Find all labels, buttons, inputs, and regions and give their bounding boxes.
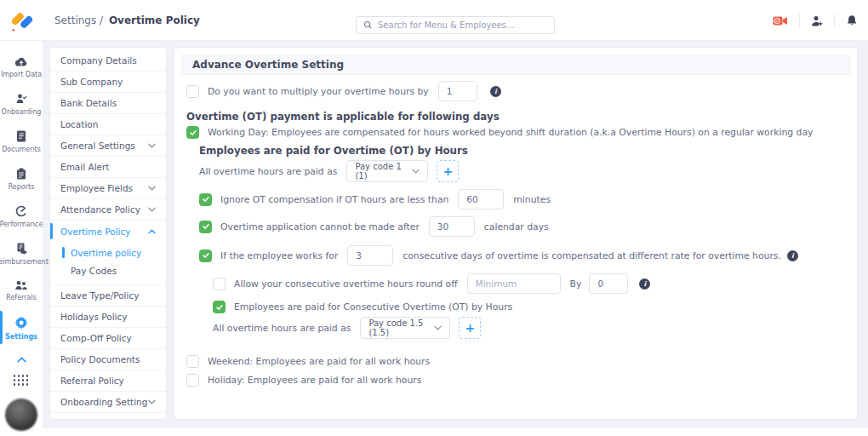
sidebar-item-comp-off-policy[interactable]: Comp-Off Policy [50, 328, 166, 349]
sidebar-item-referral-policy[interactable]: Referral Policy [50, 370, 166, 392]
global-search[interactable] [356, 16, 555, 34]
pay-code-select[interactable]: Pay code 1 (1) [346, 160, 428, 182]
add-pay-code-button[interactable]: + [437, 160, 459, 182]
consecutive-days-row: If the employee works for consecutive da… [199, 245, 845, 266]
chevron-down-icon [412, 169, 420, 174]
consecutive-days-label: If the employee works for [220, 250, 338, 261]
sidebar-subitem-overtime-policy[interactable]: Overtime policy [50, 244, 166, 261]
search-input[interactable] [378, 20, 547, 30]
sidebar-item-overtime-policy[interactable]: Overtime Policy [50, 221, 166, 242]
sidebar-item-sub-company[interactable]: Sub Company [50, 72, 166, 93]
rail-item-referrals[interactable]: Referrals [0, 280, 43, 301]
apps-grid-icon[interactable] [14, 375, 30, 387]
rail-item-reimbursement[interactable]: Reimbursement [0, 243, 43, 266]
sidebar-subitem-label: Overtime policy [71, 248, 141, 258]
round-off-min-input[interactable] [467, 273, 561, 294]
multiply-checkbox[interactable] [186, 85, 199, 98]
settings-sidebar: Company Details Sub Company Bank Details… [49, 47, 167, 420]
video-off-icon[interactable] [773, 15, 788, 26]
consecutive-days-input[interactable] [347, 245, 393, 266]
app-logo-icon[interactable] [9, 7, 36, 34]
consecutive-paid-as-row: All overtime hours are paid as Pay code … [213, 317, 845, 339]
round-off-by-input[interactable] [589, 273, 628, 294]
rail-item-performance[interactable]: Performance [0, 205, 43, 228]
chevron-down-icon [148, 399, 156, 404]
holiday-checkbox[interactable] [186, 374, 199, 387]
rail-item-settings[interactable]: Settings [0, 316, 43, 341]
rail-item-label: Performance [0, 221, 43, 228]
application-limit-days-input[interactable] [429, 216, 475, 237]
multiply-label: Do you want to multiply your overtime ho… [208, 86, 429, 97]
ignore-ot-suffix: minutes [513, 194, 551, 205]
ignore-ot-checkbox[interactable] [199, 193, 212, 206]
rail-item-import-data[interactable]: Import Data [0, 56, 43, 78]
sidebar-subitem-pay-codes[interactable]: Pay Codes [50, 261, 166, 279]
rail-item-reports[interactable]: Reports [0, 168, 43, 191]
sidebar-item-location[interactable]: Location [50, 114, 166, 135]
ot-days-heading: Overtime (OT) payment is applicable for … [186, 111, 500, 123]
sidebar-item-attendance-policy[interactable]: Attendance Policy [50, 199, 166, 221]
sidebar-item-label: Overtime Policy [60, 227, 131, 237]
rail-collapse-chevron-up-icon[interactable] [17, 350, 26, 366]
sidebar-item-holidays-policy[interactable]: Holidays Policy [50, 307, 166, 328]
app-window: Settings / Overtime Policy [0, 0, 868, 436]
sidebar-item-bank-details[interactable]: Bank Details [50, 93, 166, 114]
user-avatar[interactable] [5, 399, 37, 431]
weekend-row: Weekend: Employees are paid for all work… [186, 355, 845, 368]
sidebar-item-label: Referral Policy [60, 376, 124, 386]
application-limit-suffix: calendar days [484, 221, 549, 232]
info-icon[interactable]: i [490, 86, 501, 97]
sidebar-item-company-details[interactable]: Company Details [50, 50, 166, 72]
holiday-label: Holiday: Employees are paid for all work… [208, 375, 421, 386]
rail-item-label: Import Data [1, 71, 42, 78]
sidebar-item-leave-type-policy[interactable]: Leave Type/Policy [50, 285, 166, 307]
receipt-hand-icon [15, 243, 28, 255]
sidebar-item-email-alert[interactable]: Email Alert [50, 157, 166, 178]
consecutive-pay-code-select[interactable]: Pay code 1.5 (1.5) [360, 317, 450, 339]
sidebar-item-label: Employee Fields [60, 183, 133, 193]
paid-as-row: All overtime hours are paid as Pay code … [199, 160, 845, 182]
sidebar-item-label: Onboarding Setting [60, 397, 147, 407]
users-icon [14, 280, 28, 290]
rail-item-documents[interactable]: Documents [0, 130, 43, 153]
weekend-checkbox[interactable] [186, 355, 199, 368]
consecutive-days-checkbox[interactable] [199, 250, 212, 262]
panel-title: Advance Overtime Setting [181, 54, 850, 75]
ignore-ot-row: Ignore OT compensation if OT hours are l… [199, 189, 845, 209]
chevron-down-icon [434, 325, 442, 330]
application-limit-label: Overtime application cannot be made afte… [220, 221, 420, 232]
consecutive-pay-code-value: Pay code 1.5 (1.5) [368, 318, 434, 337]
chevron-down-icon [148, 186, 156, 191]
info-icon[interactable]: i [639, 278, 650, 290]
sidebar-item-employee-fields[interactable]: Employee Fields [50, 178, 166, 199]
add-user-icon[interactable] [811, 15, 823, 26]
topbar: Settings / Overtime Policy [0, 0, 868, 41]
breadcrumb-section[interactable]: Settings / [54, 14, 103, 26]
sidebar-item-label: Email Alert [60, 162, 109, 172]
working-day-checkbox[interactable] [186, 126, 199, 139]
sidebar-item-onboarding-setting[interactable]: Onboarding Setting [50, 392, 166, 413]
sidebar-item-label: Leave Type/Policy [60, 290, 139, 301]
rail-item-onboarding[interactable]: Onboarding [0, 93, 43, 116]
application-limit-checkbox[interactable] [199, 221, 212, 233]
ot-by-hours-heading: Employees are paid for Overtime (OT) by … [199, 145, 468, 157]
round-off-checkbox[interactable] [213, 278, 226, 290]
add-consecutive-pay-code-button[interactable]: + [459, 317, 481, 339]
info-icon[interactable]: i [787, 250, 798, 261]
consecutive-paid-checkbox[interactable] [213, 301, 226, 313]
document-icon [16, 130, 26, 142]
ignore-ot-minutes-input[interactable] [458, 189, 504, 209]
notifications-bell-icon[interactable] [846, 14, 858, 26]
multiply-value-input[interactable] [438, 81, 477, 101]
cloud-upload-icon [14, 56, 28, 67]
chevron-down-icon [148, 207, 156, 212]
multiply-overtime-row: Do you want to multiply your overtime ho… [186, 81, 845, 101]
working-day-row: Working Day: Employees are compensated f… [186, 126, 845, 139]
sidebar-item-general-settings[interactable]: General Settings [50, 135, 166, 157]
sidebar-item-label: Bank Details [60, 98, 117, 108]
sidebar-item-policy-documents[interactable]: Policy Documents [50, 349, 166, 370]
sidebar-subitem-label: Pay Codes [71, 266, 117, 276]
sidebar-item-label: Company Details [60, 55, 137, 66]
rail-item-label: Reimbursement [0, 258, 49, 266]
chevron-up-icon [148, 229, 156, 234]
